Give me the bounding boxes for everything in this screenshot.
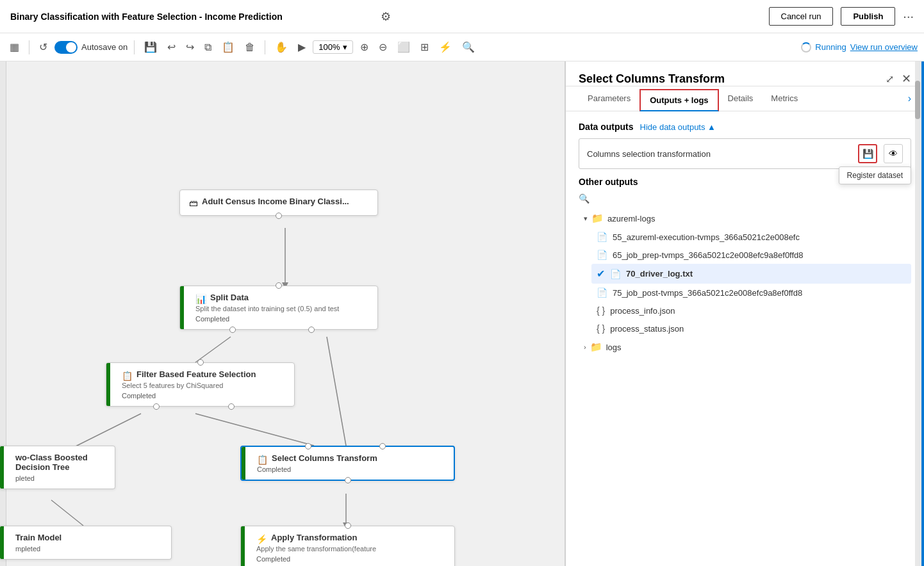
output-dot-right[interactable]: [228, 403, 235, 410]
tree-item-selected[interactable]: ✔ 📄 70_driver_log.txt: [591, 264, 911, 284]
run-icon[interactable]: ▶: [295, 38, 309, 56]
node-title: Filter Based Feature Selection: [136, 369, 256, 379]
node-select-columns[interactable]: 📋 Select Columns Transform Completed: [240, 446, 455, 481]
tab-parameters[interactable]: Parameters: [579, 87, 639, 111]
header: Binary Classification with Feature Selec…: [0, 0, 924, 33]
node-header: ⚡ Apply Transformation: [256, 533, 445, 545]
apply-icon: ⚡: [256, 534, 267, 544]
output-dot-left[interactable]: [153, 403, 160, 410]
pipeline-canvas[interactable]: 🗃 Adult Census Income Binary Classi... 📊…: [0, 61, 565, 566]
output-dot-left[interactable]: [229, 327, 236, 333]
file-label: process_info.json: [610, 306, 906, 316]
tab-details[interactable]: Details: [719, 87, 763, 111]
more-options-icon[interactable]: ···: [903, 9, 914, 24]
node-green-bar: [241, 526, 245, 566]
lightning-icon[interactable]: ⚡: [436, 38, 455, 56]
view-run-link[interactable]: View run overview: [850, 42, 918, 52]
file-icon: 📄: [597, 250, 607, 260]
save-icon[interactable]: 💾: [141, 38, 160, 56]
tabs-chevron[interactable]: ›: [908, 86, 911, 111]
tab-outputs-logs[interactable]: Outputs + logs: [639, 89, 718, 111]
tree-item[interactable]: { } process_info.json: [591, 302, 911, 319]
input-dot-left[interactable]: [305, 443, 311, 449]
node-desc: Split the dataset into training set (0.5…: [195, 305, 368, 312]
register-dataset-button[interactable]: 💾: [858, 144, 877, 163]
scroll-area: [915, 61, 924, 566]
expand-panel-icon[interactable]: ▦: [6, 38, 22, 56]
folder-azureml-logs[interactable]: ▾ 📁 azureml-logs: [579, 209, 911, 228]
toggle-track[interactable]: [54, 41, 78, 54]
zoom-chevron: ▾: [343, 42, 347, 52]
folder-label: logs: [606, 343, 906, 352]
visualize-button[interactable]: 👁: [884, 144, 903, 163]
panel-header: Select Columns Transform ⤢ ✕: [566, 61, 924, 86]
node-apply-transformation[interactable]: ⚡ Apply Transformation Apply the same tr…: [240, 526, 455, 566]
copy-icon[interactable]: ⧉: [201, 39, 215, 56]
hide-data-outputs-link[interactable]: Hide data outputs ▲: [640, 122, 716, 132]
input-dot[interactable]: [197, 359, 204, 366]
tree-item[interactable]: 📄 65_job_prep-tvmps_366a5021c2e008efc9a8…: [591, 246, 911, 264]
output-dot-right[interactable]: [308, 327, 315, 333]
undo-icon[interactable]: ↩: [164, 38, 179, 56]
refresh-icon[interactable]: ↺: [36, 38, 51, 56]
close-icon[interactable]: ✕: [902, 72, 911, 86]
data-output-container: Columns selection transformation 💾 👁 Reg…: [579, 138, 911, 169]
zoom-in-icon[interactable]: ⊕: [357, 38, 372, 56]
node-adult-census[interactable]: 🗃 Adult Census Income Binary Classi...: [179, 190, 378, 216]
minimap-icon[interactable]: ⊞: [417, 38, 432, 56]
file-tree: ▾ 📁 azureml-logs 📄 55_azureml-execution-…: [579, 209, 911, 357]
right-panel: Select Columns Transform ⤢ ✕ Parameters …: [565, 61, 924, 566]
gear-icon[interactable]: ⚙: [381, 10, 391, 24]
node-title: Split Data: [210, 293, 249, 302]
folder-chevron: ›: [584, 343, 586, 351]
output-dot[interactable]: [345, 477, 351, 483]
file-label: process_status.json: [610, 324, 906, 334]
file-icon: 📄: [597, 232, 607, 242]
svg-line-2: [195, 337, 231, 362]
delete-icon[interactable]: 🗑: [242, 39, 258, 56]
redo-icon[interactable]: ↪: [183, 38, 197, 56]
hand-icon[interactable]: ✋: [272, 38, 291, 56]
separator2: [134, 40, 135, 54]
zoom-out-icon[interactable]: ⊖: [375, 38, 390, 56]
split-icon: 📊: [195, 294, 206, 304]
toolbar: ▦ ↺ Autosave on 💾 ↩ ↪ ⧉ 📋 🗑 ✋ ▶ 100% ▾ ⊕…: [0, 33, 924, 61]
scrollbar-track[interactable]: [915, 61, 921, 566]
node-filter-feature[interactable]: 📋 Filter Based Feature Selection Select …: [106, 362, 295, 407]
selected-check-icon: ✔: [597, 268, 605, 280]
zoom-control[interactable]: 100% ▾: [313, 40, 352, 54]
filter-icon: 📋: [122, 371, 133, 381]
node-title: Adult Census Income Binary Classi...: [202, 197, 349, 206]
eye-icon: 👁: [889, 149, 898, 159]
other-outputs-section: Other outputs 🔍 ▾ 📁 azureml-logs: [579, 177, 911, 357]
node-green-bar: [0, 446, 4, 489]
search-icon[interactable]: 🔍: [459, 38, 478, 56]
paste-icon[interactable]: 📋: [219, 38, 238, 56]
node-split-data[interactable]: 📊 Split Data Split the dataset into trai…: [179, 286, 378, 330]
publish-button[interactable]: Publish: [841, 7, 895, 26]
fit-view-icon[interactable]: ⬜: [394, 38, 413, 56]
running-status: Running View run overview: [801, 42, 918, 53]
output-dot[interactable]: [276, 213, 282, 219]
cancel-run-button[interactable]: Cancel run: [769, 7, 834, 26]
autosave-label: Autosave on: [81, 42, 128, 52]
node-status: Completed: [195, 315, 368, 323]
input-dot-right[interactable]: [379, 443, 386, 449]
tab-metrics[interactable]: Metrics: [762, 87, 807, 111]
autosave-toggle[interactable]: Autosave on: [54, 41, 128, 54]
output-label: Columns selection transformation: [587, 149, 852, 159]
node-status: mpleted: [15, 545, 162, 553]
input-dot[interactable]: [276, 282, 282, 289]
tree-item[interactable]: { } process_status.json: [591, 319, 911, 337]
node-train-model[interactable]: Train Model mpleted: [0, 526, 172, 560]
svg-line-3: [327, 337, 346, 446]
separator3: [265, 40, 265, 54]
node-title: Train Model: [15, 533, 162, 542]
scrollbar-thumb[interactable]: [915, 81, 920, 119]
node-two-class[interactable]: wo-Class Boosted Decision Tree pleted: [0, 446, 115, 489]
input-dot[interactable]: [345, 522, 351, 529]
folder-logs[interactable]: › 📁 logs: [579, 337, 911, 357]
tree-item[interactable]: 📄 75_job_post-tvmps_366a5021c2e008efc9a8…: [591, 284, 911, 302]
tree-item[interactable]: 📄 55_azureml-execution-tvmps_366a5021c2e…: [591, 228, 911, 246]
expand-icon[interactable]: ⤢: [886, 73, 894, 85]
